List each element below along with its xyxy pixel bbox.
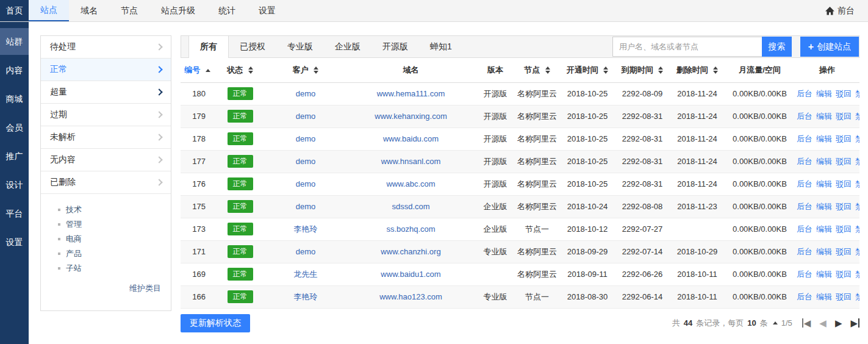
status-menu-item[interactable]: 待处理 [41,36,171,59]
sidebar-item[interactable]: 设置 [0,229,29,256]
client-link[interactable]: demo [296,89,316,98]
sort-icon[interactable] [603,66,608,74]
sort-icon[interactable] [545,66,550,74]
status-menu-item[interactable]: 未解析 [41,126,171,149]
top-nav-item[interactable]: 站点 [29,0,69,21]
admin-link[interactable]: 后台 [797,224,812,234]
first-page-button[interactable]: ◀ [802,318,811,328]
category-item[interactable]: 技术 [58,202,171,217]
column-header[interactable]: 到期时间 [615,58,670,82]
column-header[interactable]: 版本 [476,58,514,82]
sidebar-item[interactable]: 会员 [0,114,29,141]
domain-link[interactable]: www.abc.com [386,179,435,188]
forbid-link[interactable]: 禁用 [855,89,859,98]
admin-link[interactable]: 后台 [797,179,812,188]
sort-icon[interactable] [658,66,663,74]
top-nav-item[interactable]: 统计 [207,0,247,21]
sidebar-item[interactable]: 内容 [0,57,29,84]
reject-link[interactable]: 驳回 [836,112,852,121]
search-input[interactable] [612,37,762,57]
client-link[interactable]: 李艳玲 [294,224,318,234]
edit-link[interactable]: 编辑 [816,134,832,143]
admin-link[interactable]: 后台 [797,134,812,143]
column-header[interactable]: 客户 [266,58,345,82]
edit-link[interactable]: 编辑 [816,270,832,279]
sort-icon[interactable] [713,66,718,74]
domain-link[interactable]: www.kehanxing.com [375,112,447,121]
domain-link[interactable]: www.baidu.com [383,134,439,143]
reject-link[interactable]: 驳回 [836,270,852,279]
edit-link[interactable]: 编辑 [816,224,832,234]
reject-link[interactable]: 驳回 [836,202,852,211]
reject-link[interactable]: 驳回 [836,134,852,143]
reject-link[interactable]: 驳回 [836,179,852,188]
edit-link[interactable]: 编辑 [816,202,832,211]
column-header[interactable]: 域名 [345,58,476,82]
next-page-button[interactable]: ▶ [835,318,842,328]
domain-link[interactable]: www.chanzhi.org [381,247,440,256]
client-link[interactable]: demo [296,112,316,121]
domain-link[interactable]: www.baidu1.com [381,270,440,279]
sidebar-item[interactable]: 商城 [0,85,29,112]
client-link[interactable]: demo [296,157,316,166]
column-header[interactable]: 编号 [181,58,214,82]
status-menu-item[interactable]: 超量 [41,81,171,104]
forbid-link[interactable]: 禁用 [855,292,859,301]
reject-link[interactable]: 驳回 [836,224,852,234]
version-tab[interactable]: 专业版 [276,36,324,57]
forbid-link[interactable]: 禁用 [855,179,859,188]
reject-link[interactable]: 驳回 [836,292,852,301]
forbid-link[interactable]: 禁用 [855,157,859,166]
forbid-link[interactable]: 禁用 [855,112,859,121]
category-item[interactable]: 电商 [58,232,171,246]
sidebar-item[interactable]: 平台 [0,200,29,227]
admin-link[interactable]: 后台 [797,247,812,256]
top-nav-item[interactable]: 节点 [109,0,149,21]
category-item[interactable]: 子站 [58,261,171,276]
client-link[interactable]: demo [296,247,316,256]
sort-icon[interactable] [314,66,318,74]
top-nav-item[interactable]: 域名 [69,0,109,21]
admin-link[interactable]: 后台 [797,157,812,166]
status-menu-item[interactable]: 正常 [41,59,171,81]
domain-link[interactable]: www.hao123.com [379,292,442,301]
top-nav-item[interactable]: 设置 [247,0,287,21]
sort-icon[interactable] [206,69,210,72]
version-tab[interactable]: 开源版 [371,36,419,57]
column-header[interactable]: 节点 [514,58,560,82]
edit-link[interactable]: 编辑 [816,112,832,121]
version-tab[interactable]: 所有 [188,36,229,58]
forbid-link[interactable]: 禁用 [855,270,859,279]
refresh-dns-button[interactable]: 更新解析状态 [181,314,250,332]
sort-icon[interactable] [248,66,253,74]
forbid-link[interactable]: 禁用 [855,134,859,143]
admin-link[interactable]: 后台 [797,202,812,211]
maintain-categories-link[interactable]: 维护类目 [41,283,171,294]
edit-link[interactable]: 编辑 [816,157,832,166]
sidebar-item[interactable]: 设计 [0,171,29,198]
column-header[interactable]: 开通时间 [560,58,615,82]
client-link[interactable]: demo [296,179,316,188]
column-header[interactable]: 状态 [214,58,266,82]
client-link[interactable]: 李艳玲 [294,292,318,301]
client-link[interactable]: demo [296,202,316,211]
admin-link[interactable]: 后台 [797,112,812,121]
search-button[interactable]: 搜索 [762,37,792,57]
edit-link[interactable]: 编辑 [816,247,832,256]
forbid-link[interactable]: 禁用 [855,247,859,256]
version-tab[interactable]: 企业版 [324,36,371,57]
status-menu-item[interactable]: 过期 [41,104,171,126]
status-menu-item[interactable]: 无内容 [41,149,171,171]
domain-link[interactable]: www.hema111.com [377,89,445,98]
sidebar-item[interactable]: 站群 [0,28,29,55]
edit-link[interactable]: 编辑 [816,179,832,188]
admin-link[interactable]: 后台 [797,89,812,98]
front-site-link[interactable]: 前台 [812,0,868,21]
status-menu-item[interactable]: 已删除 [41,171,171,194]
column-header[interactable]: 删除时间 [670,58,725,82]
domain-link[interactable]: sdssd.com [392,202,429,211]
top-nav-item[interactable]: 站点升级 [149,0,207,21]
last-page-button[interactable]: ▶ [850,318,859,328]
category-item[interactable]: 产品 [58,246,171,261]
admin-link[interactable]: 后台 [797,292,812,301]
